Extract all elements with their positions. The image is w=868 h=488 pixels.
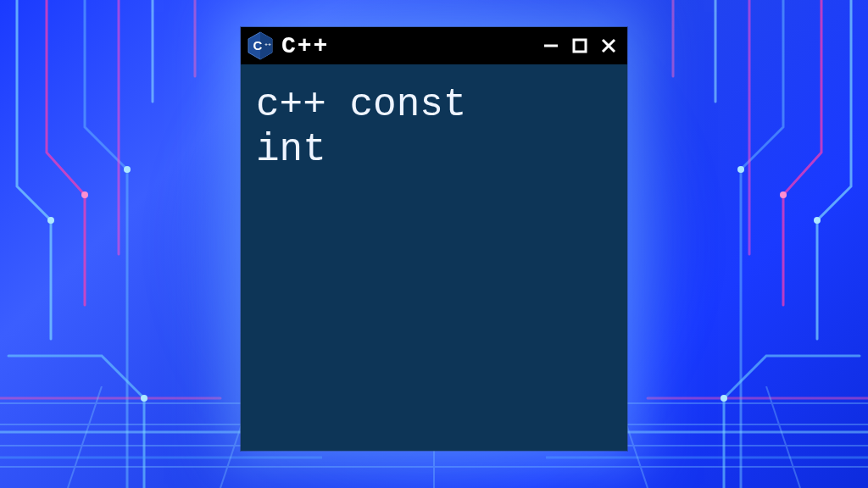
svg-point-6 (737, 166, 744, 173)
svg-point-0 (47, 217, 54, 224)
cpp-logo-icon: C + + (248, 31, 273, 60)
svg-point-2 (124, 166, 131, 173)
svg-rect-14 (574, 40, 586, 52)
svg-text:C: C (253, 38, 263, 53)
svg-point-1 (81, 191, 88, 198)
svg-point-7 (721, 395, 727, 402)
window-controls (541, 36, 619, 56)
svg-point-3 (141, 395, 147, 402)
window-title: C++ (281, 33, 329, 59)
app-window: C + + C++ (241, 27, 627, 451)
close-button[interactable] (598, 36, 619, 56)
titlebar[interactable]: C + + C++ (241, 27, 627, 64)
svg-point-4 (814, 217, 821, 224)
maximize-button[interactable] (570, 36, 590, 56)
minimize-button[interactable] (541, 36, 561, 56)
svg-text:+: + (268, 42, 271, 47)
svg-point-5 (780, 191, 787, 198)
editor-content[interactable]: c++ const int (241, 64, 627, 191)
